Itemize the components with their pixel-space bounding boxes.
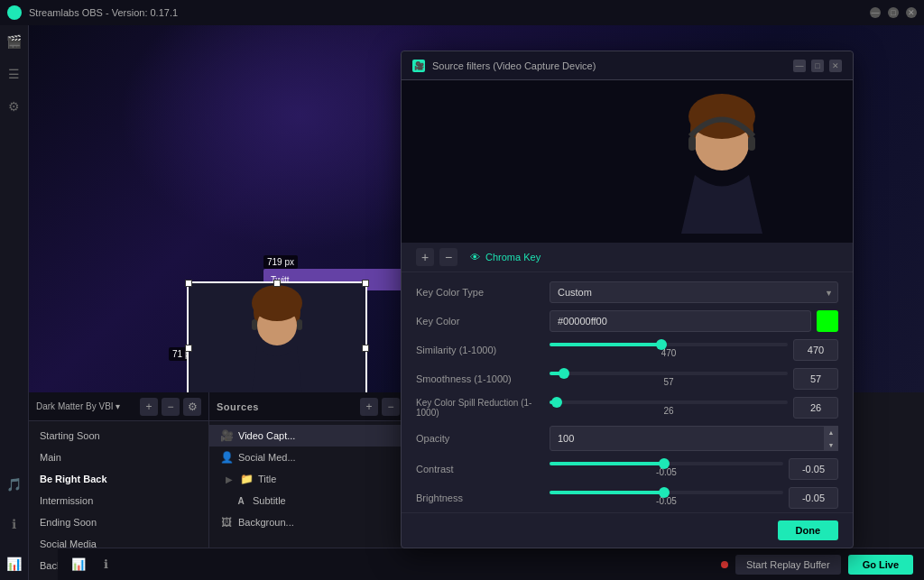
opacity-spinbox-arrows: ▲ ▼ — [824, 426, 838, 451]
maximize-button[interactable]: □ — [888, 7, 899, 18]
smoothness-slider-handle[interactable] — [559, 368, 569, 379]
similarity-value: 470 — [550, 348, 788, 358]
similarity-slider-handle[interactable] — [656, 339, 667, 350]
scenes-header: Dark Matter By VBI ▾ + − ⚙ — [29, 392, 208, 421]
opacity-input[interactable] — [550, 426, 838, 451]
stats-button[interactable]: 📊 — [69, 555, 88, 575]
filters-minimize-button[interactable]: — — [793, 60, 806, 72]
sidebar-settings-icon[interactable]: ⚙ — [5, 97, 23, 115]
sources-title: Sources — [217, 401, 259, 412]
scene-item-starting-soon[interactable]: Starting Soon — [29, 425, 208, 447]
source-video-icon: 🎥 — [220, 429, 233, 442]
sources-header: Sources + − — [209, 392, 407, 421]
scene-item-be-right-back[interactable]: Be Right Back — [29, 468, 208, 490]
source-background-label: Backgroun... — [238, 517, 294, 528]
smoothness-input[interactable] — [793, 368, 838, 390]
key-color-spill-label: Key Color Spill Reduction (1-1000) — [416, 398, 542, 418]
key-color-spill-track[interactable] — [550, 400, 788, 404]
filter-preview-area — [402, 80, 853, 243]
similarity-input[interactable] — [793, 339, 838, 361]
source-item-social-media[interactable]: 👤 Social Med... — [209, 447, 407, 468]
scenes-settings-button[interactable]: ⚙ — [183, 398, 201, 416]
contrast-slider-handle[interactable] — [659, 458, 670, 469]
contrast-slider-area: -0.05 — [550, 462, 783, 477]
opacity-up-arrow[interactable]: ▲ — [824, 426, 838, 438]
sidebar-audio-icon[interactable]: 🎵 — [5, 475, 23, 493]
color-swatch[interactable] — [817, 310, 838, 332]
brightness-slider-track[interactable] — [550, 491, 783, 494]
filter-remove-button[interactable]: − — [439, 248, 457, 266]
sidebar-info-icon[interactable]: ℹ — [5, 515, 23, 533]
source-item-title-group[interactable]: ▶ 📁 Title — [209, 468, 407, 490]
smoothness-slider-track[interactable] — [550, 372, 788, 375]
resize-handle-ml[interactable] — [185, 345, 192, 352]
resize-handle-tm[interactable] — [273, 280, 281, 287]
sidebar-scene-icon[interactable]: 🎬 — [5, 32, 23, 51]
opacity-label: Opacity — [416, 433, 542, 444]
source-item-video-capture[interactable]: 🎥 Video Capt... — [209, 425, 407, 447]
source-text-icon: A — [235, 494, 247, 507]
scene-item-main[interactable]: Main — [29, 447, 208, 468]
filter-add-button[interactable]: + — [416, 248, 434, 266]
close-button[interactable]: ✕ — [906, 7, 917, 18]
brightness-slider-area: -0.05 — [550, 491, 783, 506]
contrast-slider-fill — [550, 462, 664, 465]
replay-buffer-button[interactable]: Start Replay Buffer — [735, 555, 841, 575]
filters-maximize-button[interactable]: □ — [811, 60, 824, 72]
brightness-slider-handle[interactable] — [659, 487, 670, 498]
opacity-down-arrow[interactable]: ▼ — [824, 438, 838, 451]
sidebar-menu-icon[interactable]: ☰ — [5, 65, 23, 83]
source-selection-box[interactable] — [187, 281, 367, 392]
similarity-control: 470 — [550, 339, 838, 361]
key-color-type-select[interactable]: Custom Green Blue Magenta — [550, 281, 838, 303]
filter-add-remove-bar: + − 👁 Chroma Key — [402, 243, 853, 272]
svg-point-8 — [688, 94, 755, 139]
resize-handle-tl[interactable] — [185, 280, 192, 287]
filters-close-button[interactable]: ✕ — [829, 60, 842, 72]
resize-handle-mr[interactable] — [362, 345, 369, 352]
smoothness-label: Smoothness (1-1000) — [416, 373, 542, 384]
similarity-slider-track[interactable] — [550, 343, 788, 346]
dimension-width-label: 719 px — [263, 255, 298, 269]
filter-person-svg — [663, 89, 781, 234]
filters-window-controls: — □ ✕ — [793, 60, 842, 72]
title-bar-controls: — □ ✕ — [870, 7, 917, 18]
source-item-background[interactable]: 🖼 Backgroun... — [209, 511, 407, 533]
scenes-dropdown[interactable]: Dark Matter By VBI ▾ — [36, 401, 120, 411]
help-button[interactable]: ℹ — [96, 555, 116, 575]
svg-rect-10 — [748, 136, 755, 151]
smoothness-value: 57 — [550, 377, 788, 387]
scene-item-intermission[interactable]: Intermission — [29, 490, 208, 511]
brightness-value: -0.05 — [550, 496, 783, 506]
smoothness-slider-area: 57 — [550, 372, 788, 387]
source-social-label: Social Med... — [238, 452, 296, 463]
similarity-slider-area: 470 — [550, 343, 788, 358]
opacity-control: ▲ ▼ — [550, 426, 838, 451]
key-color-input[interactable] — [550, 310, 811, 332]
resize-handle-tr[interactable] — [362, 280, 369, 287]
scenes-remove-button[interactable]: − — [162, 398, 180, 416]
title-bar-left: Streamlabs OBS - Version: 0.17.1 — [7, 5, 178, 20]
brightness-input[interactable] — [789, 487, 838, 509]
sidebar: 🎬 ☰ ⚙ 🎵 ℹ 📊 — [0, 25, 29, 580]
filters-icon: 🎥 — [412, 60, 425, 72]
sources-remove-button[interactable]: − — [382, 398, 400, 416]
key-color-spill-input[interactable] — [793, 397, 838, 419]
sidebar-stats-icon[interactable]: 📊 — [5, 555, 23, 573]
scene-item-ending-soon[interactable]: Ending Soon — [29, 511, 208, 533]
scenes-add-button[interactable]: + — [140, 398, 158, 416]
source-item-subtitle[interactable]: A Subtitle — [209, 490, 407, 511]
key-color-spill-row: Key Color Spill Reduction (1-1000) 26 — [416, 397, 838, 419]
contrast-label: Contrast — [416, 464, 542, 474]
contrast-input[interactable] — [789, 458, 838, 480]
key-color-row: Key Color — [416, 310, 838, 332]
contrast-slider-track[interactable] — [550, 462, 783, 465]
go-live-button[interactable]: Go Live — [848, 555, 913, 575]
brightness-slider-fill — [550, 491, 664, 494]
minimize-button[interactable]: — — [870, 7, 881, 18]
svg-point-2 — [252, 285, 302, 321]
sources-add-button[interactable]: + — [360, 398, 378, 416]
key-color-spill-handle[interactable] — [551, 397, 562, 408]
filter-done-button[interactable]: Done — [778, 520, 839, 540]
bottom-bar-left: 📊 ℹ — [69, 555, 116, 575]
